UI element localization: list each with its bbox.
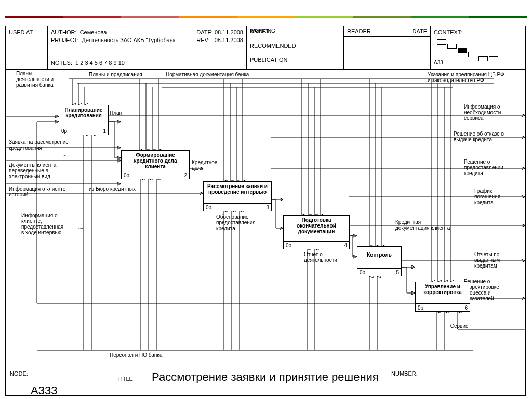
activity-2: Формирование кредитного дела клиента 0р.… [121,150,190,179]
decorative-rule [5,16,527,18]
label-reshenie-pred: Решение о предоставлении кредита [464,159,521,176]
title-cell: TITLE: Рассмотрение заявки и принятие ре… [113,368,387,395]
label-reshenie-korr: Решение о корректировке процесса и показ… [464,278,521,301]
activity-1: Планирование кредитования 0р.1 [59,105,109,135]
node-cell: NODE: A333 [6,368,113,395]
label-plan: План [110,110,122,116]
diagram-canvas: Планы деятельности и развития банка План… [6,70,525,368]
label-info-interview: Информация о клиенте, предоставленная в … [21,212,84,235]
label-iz-buro: из Бюро кредитных [89,186,136,192]
activity-5: Контроль 0р.5 [357,246,402,276]
label-grafik: График погашения кредита [474,188,521,205]
status-cell: WORKING DRAFT RECOMMENDED PUBLICATION [247,26,344,69]
activity-4: Подготовка окончательной документации 0р… [283,215,350,249]
label-plany-deyat: Планы деятельности и развития банка [16,71,73,88]
label-obosn: Обоснование предоставления кредита [216,214,268,231]
label-otchety-vyd: Отчеты по выданным кредитам [474,251,521,269]
label-kred-delo: Кредитное дело [192,159,217,171]
label-personal: Персонал и ПО банка [110,352,163,358]
label-otchet: Отчет о деятельности [304,251,351,263]
diagram-frame: USED AT: AUTHOR: Семенова PROJECT: Деяте… [5,26,526,396]
label-reshenie-otkaz: Решение об отказе в выдаче кредита [454,131,521,142]
author-project-cell: AUTHOR: Семенова PROJECT: Деятельность З… [48,26,247,69]
context-cell: CONTEXT: A33 [431,26,525,69]
number-cell: NUMBER: [387,368,525,395]
label-norm-doc: Нормативная документация банка [166,72,249,77]
label-doc-client: Документы клиента, переведенные в электр… [9,162,82,179]
label-info-client-hist: Информация о клиенте историй [9,186,82,197]
label-ukaz-cb: Указания и предписания ЦБ РФ и законодат… [428,72,521,83]
label-info-service: Информация о необходимости сервиса [464,104,521,121]
used-at-cell: USED AT: [6,26,48,69]
activity-3: Рассмотрение заявки и проведение интервь… [203,181,272,211]
label-plany-predp: Планы и предписания [89,72,142,77]
context-thumbnail [434,39,522,60]
footer: NODE: A333 TITLE: Рассмотрение заявки и … [6,368,525,395]
label-kred-doc-client: Кредитная документация клиента [395,219,463,231]
label-zayavka: Заявка на рассмотрение кредитования [9,139,82,151]
activity-6: Управление и корректировка 0р.6 [415,282,470,312]
label-service: Сервис [450,323,468,329]
used-at-label: USED AT: [9,29,34,35]
header: USED AT: AUTHOR: Семенова PROJECT: Деяте… [6,26,525,70]
reader-cell: READER DATE [344,26,431,69]
